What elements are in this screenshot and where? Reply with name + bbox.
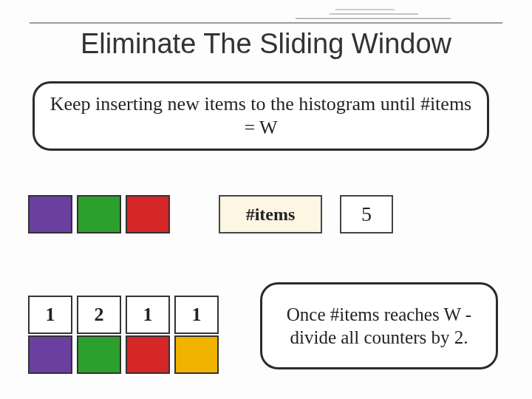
instruction-text-top: Keep inserting new items to the histogra… xyxy=(48,92,474,140)
color-cell xyxy=(28,335,72,374)
counts-row: 1 2 1 1 xyxy=(28,296,219,334)
items-counter-group: #items 5 xyxy=(219,195,393,233)
decorative-rules xyxy=(0,0,532,30)
instruction-bubble-top: Keep inserting new items to the histogra… xyxy=(33,81,489,151)
color-row-bottom xyxy=(28,335,219,374)
count-cell: 1 xyxy=(174,296,219,334)
color-cell xyxy=(126,335,170,374)
items-label-box: #items xyxy=(219,195,322,233)
count-cell: 1 xyxy=(28,296,72,334)
color-cell xyxy=(174,335,219,374)
color-cell xyxy=(77,195,121,233)
instruction-bubble-bottom: Once #items reaches W - divide all count… xyxy=(260,282,498,369)
slide-title: Eliminate The Sliding Window xyxy=(0,28,532,60)
color-cell xyxy=(126,195,170,233)
color-cell xyxy=(28,195,72,233)
items-value-box: 5 xyxy=(340,195,393,233)
count-cell: 2 xyxy=(77,296,121,334)
count-cell: 1 xyxy=(126,296,170,334)
color-row-top xyxy=(28,195,170,233)
color-cell xyxy=(77,335,121,374)
instruction-text-bottom: Once #items reaches W - divide all count… xyxy=(276,303,482,349)
